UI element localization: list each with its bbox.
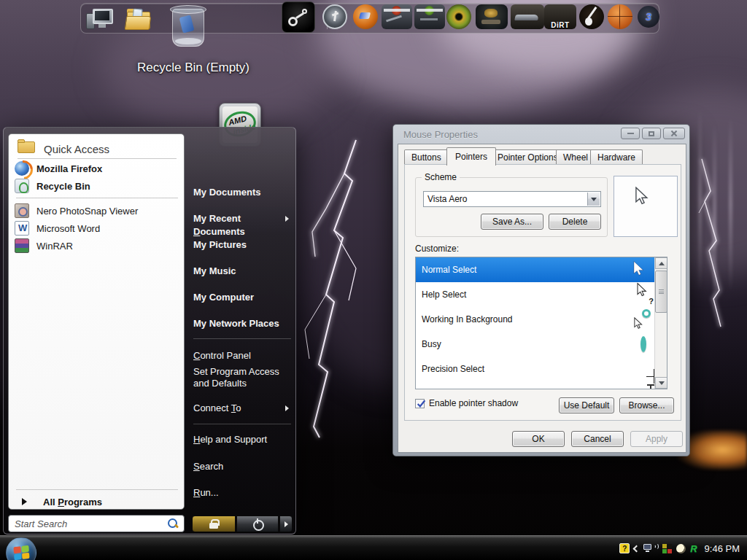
guitar-hero-icon[interactable] xyxy=(579,4,604,29)
power-icon xyxy=(253,519,263,529)
tray-green-r-icon[interactable]: R xyxy=(690,543,697,554)
crysis-eye-icon[interactable] xyxy=(446,4,471,29)
start-search-input[interactable] xyxy=(9,516,184,532)
padlock-icon xyxy=(209,519,218,529)
tab-pointers[interactable]: Pointers xyxy=(446,147,496,166)
dirt-icon[interactable]: DiRT xyxy=(544,4,576,29)
scheme-groupbox: Scheme Vista Aero Save As... Delete xyxy=(415,177,608,237)
pointer-row-text-select-partial[interactable] xyxy=(416,381,655,389)
system-tray: ? R 9:46 PM xyxy=(619,540,743,557)
nba-live-icon[interactable] xyxy=(608,4,632,29)
battlefield-2-icon[interactable] xyxy=(382,4,412,29)
counter-strike-icon[interactable] xyxy=(322,4,347,29)
ok-button[interactable]: OK xyxy=(512,431,565,447)
scrollbar-thumb[interactable] xyxy=(655,271,667,313)
scroll-up-button[interactable] xyxy=(655,257,667,269)
start-menu-set-program-access[interactable]: Set Program Access and Defaults xyxy=(193,366,293,389)
arrow-right-icon xyxy=(285,521,288,527)
bioshock-icon[interactable] xyxy=(476,4,508,29)
tray-help-icon[interactable]: ? xyxy=(619,543,630,553)
power-button[interactable] xyxy=(236,516,279,532)
separator xyxy=(193,424,291,424)
enable-pointer-shadow-label: Enable pointer shadow xyxy=(429,398,518,408)
tab-wheel[interactable]: Wheel xyxy=(556,149,595,165)
tray-collapse-chevron-icon[interactable] xyxy=(633,545,640,552)
scheme-dropdown[interactable]: Vista Aero xyxy=(423,191,601,207)
virtua-tennis-3-icon[interactable]: 3 xyxy=(638,6,659,28)
all-programs-button[interactable]: All Programs xyxy=(12,494,181,510)
tray-color-grid-icon[interactable] xyxy=(662,544,672,553)
pointer-row-help-select[interactable]: Help Select ? xyxy=(416,282,655,307)
start-menu-my-pictures[interactable]: My Pictures xyxy=(193,238,291,252)
pointer-row-working-in-background[interactable]: Working In Background xyxy=(416,307,655,332)
firefox-icon xyxy=(15,161,29,176)
scheme-group-label: Scheme xyxy=(422,172,460,182)
start-menu-my-music[interactable]: My Music xyxy=(193,265,291,278)
list-scrollbar[interactable] xyxy=(654,257,667,389)
menu-item-mozilla-firefox[interactable]: Mozilla Firefox xyxy=(12,160,181,177)
recycle-bin-small-icon xyxy=(15,179,29,193)
menu-item-nero-photosnap-viewer[interactable]: Nero PhotoSnap Viewer xyxy=(12,202,181,219)
delete-button[interactable]: Delete xyxy=(549,214,601,230)
cancel-button[interactable]: Cancel xyxy=(571,431,624,447)
tray-moon-icon[interactable] xyxy=(676,544,686,553)
menu-item-winrar[interactable]: WinRAR xyxy=(12,237,181,254)
dialog-client-area: Buttons Pointers Pointer Options Wheel H… xyxy=(398,144,686,453)
start-menu-my-recent-documents[interactable]: My Recent Documents xyxy=(193,212,291,225)
documents-folder-icon[interactable] xyxy=(125,7,152,31)
pointers-tab-page: Scheme Vista Aero Save As... Delete Cust… xyxy=(404,164,681,421)
start-menu-my-computer[interactable]: My Computer xyxy=(193,291,291,304)
start-search-box[interactable] xyxy=(8,515,185,532)
pointer-row-busy[interactable]: Busy xyxy=(416,332,655,357)
start-button[interactable] xyxy=(6,537,36,560)
normal-select-cursor-icon xyxy=(630,261,646,279)
start-menu-run[interactable]: Run... xyxy=(193,486,291,499)
apply-button[interactable]: Apply xyxy=(630,431,683,447)
separator xyxy=(16,489,178,490)
save-as-button[interactable]: Save As... xyxy=(481,214,543,230)
shutdown-options-button[interactable] xyxy=(279,516,293,532)
use-default-button[interactable]: Use Default xyxy=(559,397,614,413)
start-menu-my-documents[interactable]: My Documents xyxy=(193,186,291,199)
start-menu-my-network-places[interactable]: My Network Places xyxy=(193,317,291,330)
search-icon xyxy=(168,518,179,529)
taskbar-clock[interactable]: 9:46 PM xyxy=(705,543,740,554)
virtua-tennis-3-number: 3 xyxy=(646,11,651,23)
separator xyxy=(193,338,291,339)
pointer-row-normal-select[interactable]: Normal Select xyxy=(416,257,655,282)
start-menu-connect-to[interactable]: Connect To xyxy=(193,402,291,415)
lock-button[interactable] xyxy=(192,516,236,532)
start-menu-help-and-support[interactable]: Help and Support xyxy=(193,433,291,446)
scheme-selected-value: Vista Aero xyxy=(424,194,467,204)
tab-hardware[interactable]: Hardware xyxy=(590,149,643,165)
steam-icon[interactable] xyxy=(282,1,315,33)
start-menu-control-panel[interactable]: Control Panel xyxy=(193,349,291,362)
browse-button[interactable]: Browse... xyxy=(619,397,674,413)
dropdown-arrow-button[interactable] xyxy=(587,192,600,206)
start-menu-search[interactable]: Search xyxy=(193,460,291,473)
close-button[interactable] xyxy=(663,128,685,139)
pointer-row-precision-select[interactable]: Precision Select xyxy=(416,357,655,381)
minimize-button[interactable] xyxy=(621,128,640,139)
enable-pointer-shadow-checkbox[interactable] xyxy=(415,399,425,408)
separator xyxy=(18,158,177,159)
test-drive-unlimited-icon[interactable] xyxy=(511,4,544,29)
submenu-arrow-icon xyxy=(285,216,289,222)
pointer-list[interactable]: Normal Select Help Select ? Working xyxy=(415,257,667,389)
trackmania-icon[interactable] xyxy=(353,4,378,29)
recycle-bin-icon[interactable] xyxy=(168,3,209,51)
separator xyxy=(16,198,178,198)
tab-pointer-options[interactable]: Pointer Options xyxy=(490,149,565,165)
maximize-button[interactable] xyxy=(642,128,661,139)
tray-network-icon[interactable] xyxy=(643,542,658,554)
working-in-background-cursor-icon xyxy=(632,309,651,330)
tab-buttons[interactable]: Buttons xyxy=(404,149,449,165)
recycle-bin-label: Recycle Bin (Empty) xyxy=(109,61,277,75)
battlefield-2-special-forces-icon[interactable] xyxy=(414,4,445,29)
computer-icon[interactable] xyxy=(86,9,114,31)
menu-item-microsoft-word[interactable]: Microsoft Word xyxy=(12,219,181,237)
start-menu: Quick Access Mozilla Firefox Recycle Bin… xyxy=(3,127,296,534)
menu-item-recycle-bin[interactable]: Recycle Bin xyxy=(12,177,181,195)
quick-access-title: Quick Access xyxy=(44,143,109,155)
scroll-down-button[interactable] xyxy=(655,377,667,389)
